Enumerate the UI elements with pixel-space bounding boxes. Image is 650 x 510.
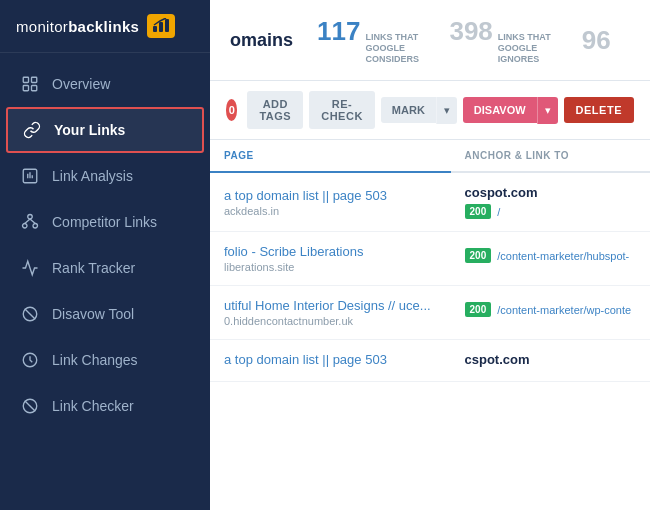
page-title-0[interactable]: a top domain list || page 503 <box>224 188 437 203</box>
svg-point-13 <box>33 224 38 229</box>
re-check-button[interactable]: RE-CHECK <box>309 91 375 129</box>
svg-rect-5 <box>23 86 28 91</box>
cell-anchor-3: cspot.com <box>451 340 650 382</box>
sidebar-item-link-changes-label: Link Changes <box>52 352 138 368</box>
svg-line-15 <box>30 219 35 224</box>
sidebar-item-your-links[interactable]: Your Links <box>6 107 204 153</box>
logo-area: monitorbacklinks <box>0 0 210 53</box>
selection-badge: 0 <box>226 99 237 121</box>
sidebar-item-rank-tracker-label: Rank Tracker <box>52 260 135 276</box>
stat-extra: 96 <box>582 25 611 56</box>
stat-ignores-label: LINKS THATGOOGLE IGNORES <box>498 32 558 64</box>
stat-considers-label: LINKS THATGOOGLE CONSIDERS <box>365 32 425 64</box>
rank-icon <box>20 258 40 278</box>
mark-arrow-button[interactable]: ▾ <box>436 97 457 124</box>
sidebar-item-link-analysis-label: Link Analysis <box>52 168 133 184</box>
delete-button[interactable]: DELETE <box>564 97 634 123</box>
mark-button[interactable]: MARK <box>381 97 436 123</box>
main-content: omains 117 LINKS THATGOOGLE CONSIDERS 39… <box>210 0 650 510</box>
toolbar: 0 ADD TAGS RE-CHECK MARK ▾ DISAVOW ▾ DEL… <box>210 81 650 140</box>
disavow-split-button: DISAVOW ▾ <box>463 97 558 124</box>
table-row: a top domain list || page 503 ackdeals.i… <box>210 172 650 232</box>
cell-page-3: a top domain list || page 503 <box>210 340 451 382</box>
stats-header: omains 117 LINKS THATGOOGLE CONSIDERS 39… <box>210 0 650 81</box>
add-tags-button[interactable]: ADD TAGS <box>247 91 303 129</box>
sidebar-item-your-links-label: Your Links <box>54 122 125 138</box>
sidebar-item-rank-tracker[interactable]: Rank Tracker <box>0 245 210 291</box>
stat-google-ignores: 398 LINKS THATGOOGLE IGNORES <box>449 16 557 64</box>
disavow-icon <box>20 304 40 324</box>
sidebar-item-competitor-links-label: Competitor Links <box>52 214 157 230</box>
stat-extra-number: 96 <box>582 25 611 56</box>
disavow-button[interactable]: DISAVOW <box>463 97 537 123</box>
svg-rect-2 <box>165 19 169 32</box>
logo-icon <box>147 14 175 38</box>
disavow-arrow-button[interactable]: ▾ <box>537 97 558 124</box>
svg-rect-3 <box>23 77 28 82</box>
cell-page-0: a top domain list || page 503 ackdeals.i… <box>210 172 451 232</box>
anchor-link-2[interactable]: /content-marketer/wp-conte <box>497 304 631 316</box>
svg-point-12 <box>23 224 28 229</box>
sidebar-item-link-checker[interactable]: Link Checker <box>0 383 210 429</box>
status-badge-1: 200 <box>465 248 492 263</box>
table-row: a top domain list || page 503 cspot.com <box>210 340 650 382</box>
col-anchor: ANCHOR & LINK TO <box>451 140 650 172</box>
changes-icon <box>20 350 40 370</box>
svg-line-17 <box>25 309 36 320</box>
cell-page-2: utiful Home Interior Designs // uce... 0… <box>210 286 451 340</box>
sidebar-item-disavow-tool[interactable]: Disavow Tool <box>0 291 210 337</box>
page-title-2[interactable]: utiful Home Interior Designs // uce... <box>224 298 437 313</box>
competitor-icon <box>20 212 40 232</box>
sidebar-item-link-changes[interactable]: Link Changes <box>0 337 210 383</box>
table-container: PAGE ANCHOR & LINK TO a top domain list … <box>210 140 650 510</box>
anchor-path-1: 200 /content-marketer/hubspot- <box>465 248 636 263</box>
anchor-domain-0[interactable]: cospot.com <box>465 185 636 200</box>
sidebar-item-competitor-links[interactable]: Competitor Links <box>0 199 210 245</box>
analysis-icon <box>20 166 40 186</box>
sidebar-item-link-checker-label: Link Checker <box>52 398 134 414</box>
anchor-path-0: 200 / <box>465 204 636 219</box>
sidebar-item-overview[interactable]: Overview <box>0 61 210 107</box>
checker-icon <box>20 396 40 416</box>
anchor-link-0[interactable]: / <box>497 206 500 218</box>
status-badge-2: 200 <box>465 302 492 317</box>
sidebar-item-disavow-tool-label: Disavow Tool <box>52 306 134 322</box>
cell-anchor-2: 200 /content-marketer/wp-conte <box>451 286 650 340</box>
links-table: PAGE ANCHOR & LINK TO a top domain list … <box>210 140 650 382</box>
anchor-link-1[interactable]: /content-marketer/hubspot- <box>497 250 629 262</box>
table-row: folio - Scribe Liberations liberations.s… <box>210 232 650 286</box>
status-badge-0: 200 <box>465 204 492 219</box>
cell-anchor-1: 200 /content-marketer/hubspot- <box>451 232 650 286</box>
sidebar: monitorbacklinks Overview Your Links Lin… <box>0 0 210 510</box>
svg-point-11 <box>28 215 33 220</box>
link-icon <box>22 120 42 140</box>
svg-rect-0 <box>153 26 157 32</box>
page-source-2: 0.hiddencontactnumber.uk <box>224 315 437 327</box>
sidebar-item-link-analysis[interactable]: Link Analysis <box>0 153 210 199</box>
svg-rect-1 <box>159 22 163 32</box>
cell-anchor-0: cospot.com 200 / <box>451 172 650 232</box>
sidebar-item-overview-label: Overview <box>52 76 110 92</box>
svg-line-20 <box>25 401 36 412</box>
svg-rect-4 <box>32 77 37 82</box>
cell-page-1: folio - Scribe Liberations liberations.s… <box>210 232 451 286</box>
logo-text: monitorbacklinks <box>16 18 139 35</box>
svg-rect-6 <box>32 86 37 91</box>
svg-line-14 <box>25 219 30 224</box>
stats-title: omains <box>230 30 293 51</box>
mark-split-button: MARK ▾ <box>381 97 457 124</box>
anchor-path-2: 200 /content-marketer/wp-conte <box>465 302 636 317</box>
page-source-1: liberations.site <box>224 261 437 273</box>
overview-icon <box>20 74 40 94</box>
stat-considers-number: 117 <box>317 16 360 47</box>
page-source-0: ackdeals.in <box>224 205 437 217</box>
stat-google-considers: 117 LINKS THATGOOGLE CONSIDERS <box>317 16 425 64</box>
anchor-domain-3[interactable]: cspot.com <box>465 352 636 367</box>
col-page: PAGE <box>210 140 451 172</box>
table-row: utiful Home Interior Designs // uce... 0… <box>210 286 650 340</box>
page-title-3[interactable]: a top domain list || page 503 <box>224 352 437 367</box>
stat-ignores-number: 398 <box>449 16 492 47</box>
page-title-1[interactable]: folio - Scribe Liberations <box>224 244 437 259</box>
